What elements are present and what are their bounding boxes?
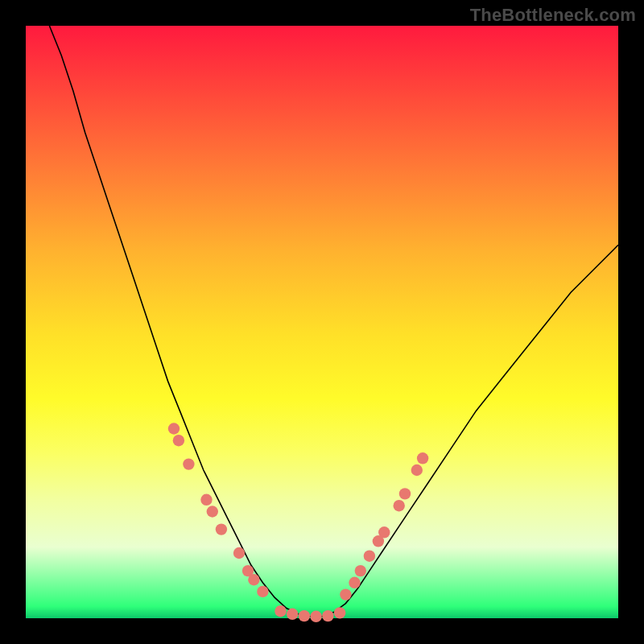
data-dot [355, 565, 366, 576]
data-dot [183, 458, 194, 469]
data-dot [257, 586, 268, 597]
data-dot [200, 494, 212, 506]
watermark-text: TheBottleneck.com [470, 5, 636, 26]
data-dot [207, 506, 218, 517]
data-dot [378, 526, 390, 538]
data-dot [287, 609, 298, 620]
data-dot [334, 607, 345, 618]
bottleneck-curve [49, 26, 618, 617]
data-dot [233, 547, 245, 559]
data-dot [275, 605, 286, 617]
data-dot [216, 523, 227, 535]
curve-dots [168, 423, 429, 622]
data-dot [364, 551, 375, 562]
data-dot [248, 574, 259, 585]
data-dot [394, 500, 405, 511]
data-dot [299, 610, 310, 621]
data-dot [173, 435, 184, 446]
data-dot [349, 577, 360, 588]
data-dot [411, 464, 423, 476]
bottleneck-chart [26, 26, 618, 618]
data-dot [310, 611, 321, 622]
data-dot [168, 423, 180, 434]
data-dot [340, 588, 351, 600]
data-dot [399, 488, 411, 499]
data-dot [417, 452, 428, 464]
data-dot [322, 610, 333, 621]
